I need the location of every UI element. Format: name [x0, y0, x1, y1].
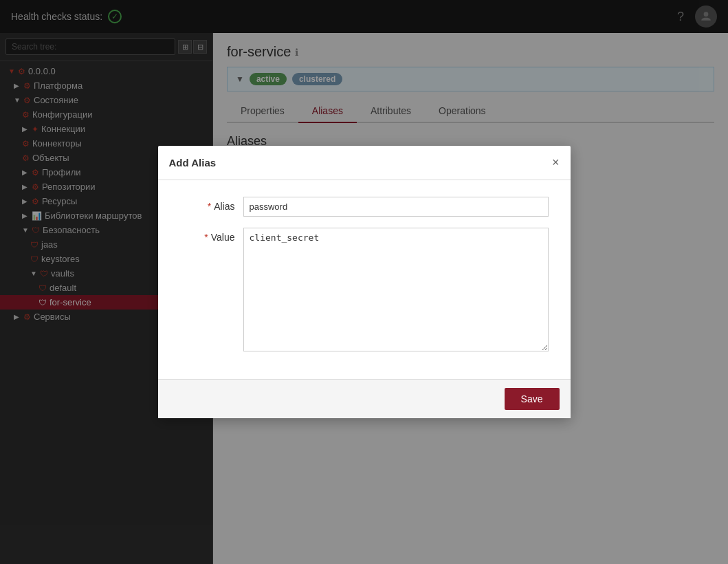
value-form-row: *Value client_secret — [180, 228, 549, 351]
modal-footer: Save — [158, 379, 571, 418]
alias-required-marker: * — [208, 201, 211, 212]
save-button[interactable]: Save — [505, 388, 560, 410]
value-label: Value — [211, 232, 235, 243]
modal-overlay: Add Alias × *Alias *Value client_secret … — [0, 0, 728, 564]
modal-body: *Alias *Value client_secret — [158, 180, 571, 379]
add-alias-modal: Add Alias × *Alias *Value client_secret … — [158, 146, 571, 418]
value-label-area: *Value — [180, 228, 235, 243]
alias-label-area: *Alias — [180, 197, 235, 212]
modal-close-button[interactable]: × — [552, 155, 560, 170]
modal-header: Add Alias × — [158, 146, 571, 180]
alias-input[interactable] — [243, 197, 549, 217]
alias-label: Alias — [214, 201, 234, 212]
value-textarea[interactable]: client_secret — [243, 228, 549, 351]
alias-form-row: *Alias — [180, 197, 549, 217]
modal-title: Add Alias — [169, 157, 217, 169]
value-required-marker: * — [204, 232, 208, 243]
